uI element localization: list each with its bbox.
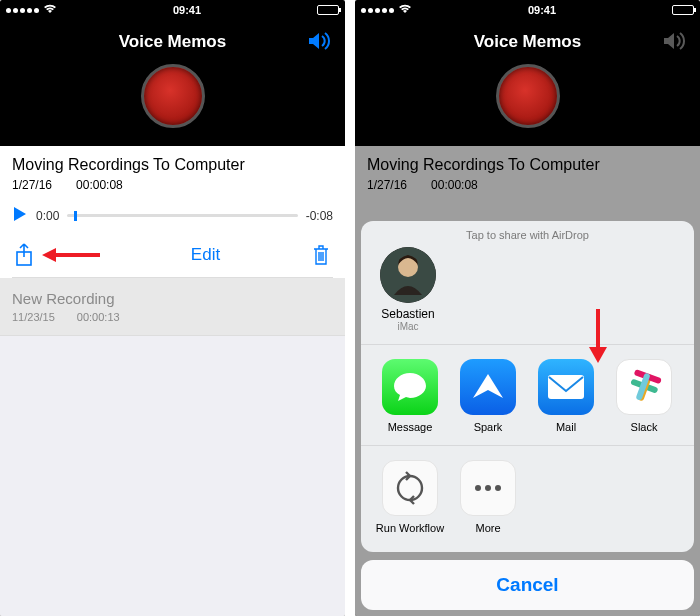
svg-rect-5	[548, 375, 584, 399]
memo-date: 1/27/16	[12, 178, 52, 192]
status-bar: 09:41	[0, 0, 345, 20]
trash-icon[interactable]	[309, 243, 333, 267]
message-icon	[382, 359, 438, 415]
edit-button[interactable]: Edit	[191, 245, 220, 265]
app-label: Spark	[449, 421, 527, 433]
share-icon[interactable]	[12, 243, 36, 267]
memo-panel: Moving Recordings To Computer 1/27/16 00…	[0, 146, 345, 616]
share-apps-row: Message Spark Mail	[361, 345, 694, 446]
action-run-workflow[interactable]: Run Workflow	[371, 460, 449, 534]
battery-icon	[317, 5, 339, 15]
spark-icon	[460, 359, 516, 415]
avatar	[380, 247, 436, 303]
record-area	[355, 64, 700, 146]
share-sheet: Tap to share with AirDrop Sebastien iMac	[361, 221, 694, 610]
record-button	[496, 64, 560, 128]
page-title: Voice Memos	[474, 32, 581, 52]
memo-duration: 00:00:13	[77, 311, 120, 323]
signal-dots-icon	[6, 8, 39, 13]
speaker-icon[interactable]	[307, 30, 333, 56]
memo-title: New Recording	[12, 290, 333, 307]
memo-duration: 00:00:08	[76, 178, 123, 192]
memo-list-empty	[0, 336, 345, 616]
active-memo[interactable]: Moving Recordings To Computer 1/27/16 00…	[0, 146, 345, 278]
action-label: More	[449, 522, 527, 534]
svg-point-13	[495, 485, 501, 491]
record-button[interactable]	[141, 64, 205, 128]
airdrop-contact[interactable]: Sebastien iMac	[373, 247, 443, 332]
app-label: Mail	[527, 421, 605, 433]
share-app-message[interactable]: Message	[371, 359, 449, 433]
signal-dots-icon	[361, 8, 394, 13]
svg-point-10	[398, 476, 422, 500]
action-label: Run Workflow	[371, 522, 449, 534]
play-position: 0:00	[36, 209, 59, 223]
share-app-slack[interactable]: Slack	[605, 359, 683, 433]
contact-name: Sebastien	[373, 307, 443, 321]
play-icon[interactable]	[12, 206, 28, 225]
share-app-spark[interactable]: Spark	[449, 359, 527, 433]
scrubber[interactable]	[67, 214, 297, 217]
svg-point-12	[485, 485, 491, 491]
memo-date: 11/23/15	[12, 311, 55, 323]
record-area	[0, 64, 345, 146]
memo-title: Moving Recordings To Computer	[12, 156, 333, 174]
mail-icon	[538, 359, 594, 415]
page-title: Voice Memos	[119, 32, 226, 52]
svg-point-11	[475, 485, 481, 491]
nav-header: Voice Memos	[0, 20, 345, 64]
wifi-icon	[43, 4, 57, 16]
airdrop-hint: Tap to share with AirDrop	[361, 221, 694, 245]
more-icon	[460, 460, 516, 516]
play-remaining: -0:08	[306, 209, 333, 223]
cancel-button[interactable]: Cancel	[361, 560, 694, 610]
status-time: 09:41	[173, 4, 201, 16]
phone-left: 09:41 Voice Memos Moving Recordings To C…	[0, 0, 345, 616]
share-app-mail[interactable]: Mail	[527, 359, 605, 433]
memo-row[interactable]: New Recording 11/23/15 00:00:13	[0, 278, 345, 336]
slack-icon	[616, 359, 672, 415]
action-more[interactable]: More	[449, 460, 527, 534]
annotation-arrow-icon	[587, 309, 609, 367]
workflow-icon	[382, 460, 438, 516]
status-bar: 09:41	[355, 0, 700, 20]
wifi-icon	[398, 4, 412, 16]
status-time: 09:41	[528, 4, 556, 16]
contact-device: iMac	[373, 321, 443, 332]
speaker-icon	[662, 30, 688, 56]
phone-right: 09:41 Voice Memos Moving Recordings To C…	[355, 0, 700, 616]
nav-header: Voice Memos	[355, 20, 700, 64]
app-label: Message	[371, 421, 449, 433]
annotation-arrow-icon	[42, 246, 102, 264]
share-actions-row: Run Workflow More	[361, 446, 694, 552]
app-label: Slack	[605, 421, 683, 433]
battery-icon	[672, 5, 694, 15]
